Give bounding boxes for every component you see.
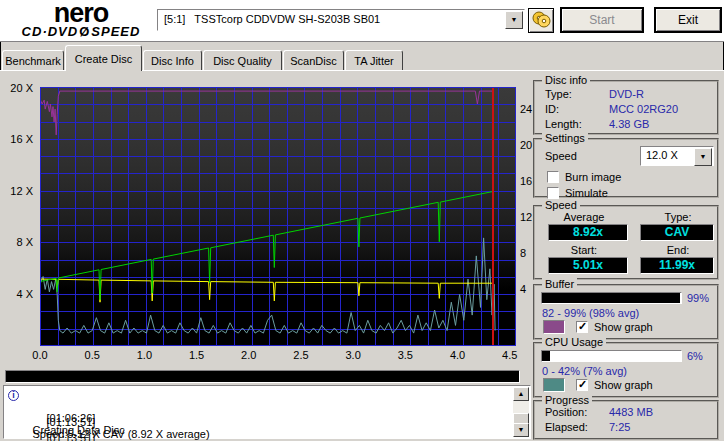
buffer-range: 82 - 99% (98% avg) [542, 307, 639, 319]
buffer-percent: 99% [687, 292, 709, 304]
status-log: i [01:06:26] Creating Data Disc [01:13:5… [3, 385, 531, 439]
log-line: i [01:06:26] Creating Data Disc [8, 388, 125, 404]
log-timestamp: [01:13:51] [46, 432, 108, 441]
log-line: [01:13:51] Elapsed Time: 7:25 [8, 420, 130, 436]
axis-tick-label: 20 X [0, 82, 33, 94]
axis-tick-label: 12 X [0, 185, 33, 197]
buffer-title: Buffer [542, 278, 577, 290]
arrow-down-icon: ▼ [518, 426, 525, 433]
chevron-down-icon: ▼ [700, 153, 707, 160]
buffer-bar [541, 292, 682, 304]
progress-title: Progress [542, 394, 592, 406]
tab-disc-info[interactable]: Disc Info [143, 50, 202, 71]
simulate-label: Simulate [565, 187, 608, 199]
speed-select[interactable]: 12.0 X ▼ [640, 146, 714, 166]
burn-image-label: Burn image [565, 171, 621, 183]
disc-id-row: ID:MCC 02RG20 [545, 103, 713, 115]
buffer-show-graph-label: Show graph [594, 321, 653, 333]
start-label: Start: [541, 244, 627, 256]
info-icon: i [8, 390, 19, 401]
type-label: Type: [640, 211, 716, 223]
y-axis-left: 20 X16 X12 X8 X4 X [0, 87, 36, 346]
cpu-bar-fill [542, 351, 550, 361]
tab-scandisc[interactable]: ScanDisc [283, 50, 344, 71]
axis-tick-label: 0.5 [77, 349, 107, 361]
tab-disc-quality[interactable]: Disc Quality [203, 50, 282, 71]
settings-panel: Settings Speed 12.0 X ▼ Burn image Simul… [533, 138, 719, 198]
chevron-down-icon: ▼ [511, 16, 518, 23]
start-button[interactable]: Start [560, 7, 644, 33]
simulate-checkbox[interactable] [547, 187, 559, 199]
disc-length-row: Length:4.38 GB [545, 118, 713, 130]
cpu-usage-panel: CPU Usage 6% 0 - 42% (7% avg) Show graph [533, 342, 719, 398]
axis-tick-label: 3.5 [390, 349, 420, 361]
speed-panel-title: Speed [542, 199, 580, 211]
elapsed-row: Elapsed:7:25 [545, 421, 713, 433]
scroll-up-button[interactable]: ▲ [513, 387, 529, 401]
drive-selector-dropdown-button[interactable]: ▼ [505, 11, 523, 29]
buffer-bar-fill [542, 293, 680, 303]
cpu-usage-title: CPU Usage [542, 336, 606, 348]
disc-glyph-icon: Ø [78, 24, 91, 39]
cd-dvd-speed-logo-text: CD·DVDØSPEED [6, 25, 156, 38]
nero-cd-dvd-speed-window: nero CD·DVDØSPEED [5:1] TSSTcorp CDDVDW … [0, 0, 724, 441]
log-line: [01:13:51] Speed:5-12 X CAV (8.92 X aver… [8, 404, 210, 420]
burn-image-checkbox[interactable] [547, 171, 559, 183]
axis-tick-label: 4.5 [495, 349, 525, 361]
buffer-panel: Buffer 99% 82 - 99% (98% avg) Show graph [533, 284, 719, 340]
axis-tick-label: 2.5 [286, 349, 316, 361]
discs-icon [531, 11, 551, 28]
axis-tick-label: 4.0 [443, 349, 473, 361]
cpu-show-graph-label: Show graph [594, 379, 653, 391]
nero-logo-text: nero [6, 1, 156, 25]
series-cpu-usage [40, 238, 495, 333]
tab-create-disc[interactable]: Create Disc [65, 45, 142, 71]
scroll-down-button[interactable]: ▼ [513, 423, 529, 437]
speed-select-dropdown-button[interactable]: ▼ [694, 148, 712, 166]
cpu-color-swatch [543, 378, 565, 392]
drive-selector-value: [5:1] TSSTcorp CDDVDW SH-S203B SB01 [164, 13, 380, 25]
axis-tick-label: 1.0 [129, 349, 159, 361]
speed-panel: Speed Average Type: 8.92x CAV Start: End… [533, 205, 719, 280]
burn-progress-fill [6, 371, 519, 382]
burn-progress-bar [5, 370, 520, 383]
tab-benchmark[interactable]: Benchmark [2, 50, 64, 71]
series-rotation-speed-yellow [40, 279, 493, 302]
series-buffer-level [40, 91, 492, 135]
start-speed-display: 5.01x [548, 257, 628, 274]
disc-options-button[interactable] [528, 8, 554, 33]
disc-info-panel: Disc info Type:DVD-R ID:MCC 02RG20 Lengt… [533, 80, 719, 135]
disc-type-row: Type:DVD-R [545, 88, 713, 100]
progress-panel: Progress Position:4483 MB Elapsed:7:25 [533, 400, 719, 440]
burn-graph [40, 87, 516, 346]
tab-ta-jitter[interactable]: TA Jitter [345, 50, 403, 71]
end-label: End: [640, 244, 716, 256]
nero-logo: nero CD·DVDØSPEED [6, 1, 156, 38]
cpu-show-graph-checkbox[interactable] [576, 379, 588, 391]
axis-tick-label: 0.0 [25, 349, 55, 361]
buffer-show-graph-checkbox[interactable] [576, 321, 588, 333]
end-speed-display: 11.99x [640, 257, 714, 274]
create-disc-page: 20 X16 X12 X8 X4 X 2420161284 0.00.51.01… [0, 70, 724, 441]
cpu-range: 0 - 42% (7% avg) [542, 365, 627, 377]
speed-label: Speed [545, 150, 577, 162]
exit-button[interactable]: Exit [654, 7, 722, 33]
cpu-bar [541, 350, 682, 362]
average-speed-display: 8.92x [548, 224, 628, 241]
x-axis: 0.00.51.01.52.02.53.03.54.04.5 [40, 349, 520, 363]
average-label: Average [541, 211, 627, 223]
toolbar: nero CD·DVDØSPEED [5:1] TSSTcorp CDDVDW … [0, 0, 724, 42]
type-display: CAV [640, 224, 714, 241]
axis-tick-label: 16 X [0, 133, 33, 145]
axis-tick-label: 4 X [0, 288, 33, 300]
arrow-up-icon: ▲ [518, 390, 525, 397]
cpu-percent: 6% [687, 350, 703, 362]
axis-tick-label: 8 X [0, 236, 33, 248]
log-scrollbar[interactable]: ▲ ▼ [513, 387, 529, 437]
buffer-color-swatch [543, 320, 565, 334]
burn-graph-canvas [40, 87, 516, 346]
drive-selector[interactable]: [5:1] TSSTcorp CDDVDW SH-S203B SB01 ▼ [157, 9, 525, 31]
axis-tick-label: 3.0 [338, 349, 368, 361]
speed-select-value: 12.0 X [646, 149, 678, 161]
disc-info-title: Disc info [542, 74, 590, 86]
